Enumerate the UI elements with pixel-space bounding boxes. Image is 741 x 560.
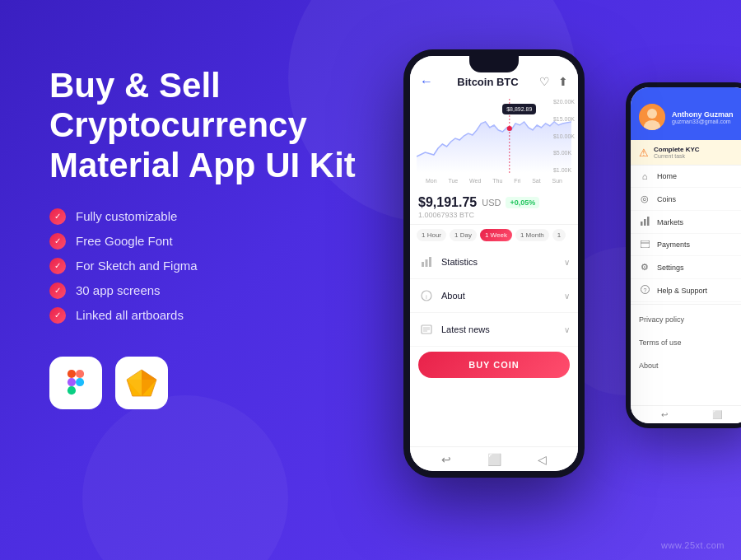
figma-icon-box [49,357,102,409]
y-label: $20.00K [553,99,575,105]
statistics-icon [418,254,435,270]
svg-point-21 [647,109,657,119]
chevron-down-icon: ∨ [564,258,570,267]
nav-payments[interactable]: Payments [631,234,741,256]
about-label: About [441,291,465,301]
y-label: $10.00K [553,133,575,139]
feature-item: ✓ Fully customizable [49,208,362,225]
home-label: Home [657,172,677,180]
phone-notch [469,56,519,72]
time-more[interactable]: 1 [552,229,566,241]
phone-screen: ← Bitcoin BTC ♡ ⬆ $20.00K $15.00K $10.00… [410,56,578,471]
about-label: About [639,362,659,370]
header-icons: ♡ ⬆ [539,75,568,88]
chart-tooltip: $8,892.89 [502,104,536,114]
chevron-down-icon: ∨ [564,292,570,301]
accordion-latest-news[interactable]: Latest news ∨ [410,313,578,347]
profile-header: Anthony Guzman guzman33@gmail.com [631,87,741,140]
x-label: Sun [552,178,562,184]
feature-label: Fully customizable [76,209,177,223]
feature-item: ✓ Free Google Font [49,233,362,250]
y-label: $1.00K [553,167,575,173]
profile-avatar [639,104,665,130]
sketch-icon-box [115,357,168,409]
price-currency: USD [482,198,501,208]
side-nav-back: ↩ [661,410,668,419]
feature-label: Linked all artboards [76,308,184,322]
features-list: ✓ Fully customizable ✓ Free Google Font … [49,208,362,324]
nav-settings[interactable]: ⚙ Settings [631,256,741,279]
x-label: Tue [448,178,458,184]
heart-icon[interactable]: ♡ [539,75,550,88]
nav-recent-icon[interactable]: ◁ [538,453,547,466]
nav-help[interactable]: ? Help & Support [631,279,741,302]
sketch-icon [125,368,158,398]
nav-back-icon[interactable]: ↩ [441,453,451,466]
nav-coins[interactable]: ◎ Coins [631,188,741,211]
app-header-title: Bitcoin BTC [457,76,518,88]
privacy-policy-label: Privacy policy [639,315,684,324]
svg-rect-11 [422,262,424,267]
terms-link[interactable]: Terms of use [631,329,741,352]
time-1month[interactable]: 1 Month [515,229,549,241]
svg-point-10 [507,126,512,131]
nav-divider [631,304,741,305]
payments-icon [639,240,650,250]
price-value: $9,191.75 [418,195,477,210]
chart-y-labels: $20.00K $15.00K $10.00K $5.00K $1.00K [553,99,575,173]
time-periods: 1 Hour 1 Day 1 Week 1 Month 1 [410,225,578,245]
check-icon: ✓ [49,282,66,299]
time-1day[interactable]: 1 Day [450,229,477,241]
check-icon: ✓ [49,208,66,225]
check-icon: ✓ [49,258,66,274]
time-1week[interactable]: 1 Week [480,229,512,241]
tool-icons [49,357,362,409]
svg-rect-0 [68,370,76,378]
main-title: Buy & SellCryptocurrencyMaterial App UI … [49,66,362,185]
profile-email: guzman33@gmail.com [672,119,741,124]
phone-bottom-nav: ↩ ⬜ ◁ [410,446,578,471]
profile-info: Anthony Guzman guzman33@gmail.com [672,110,741,124]
nav-home-icon[interactable]: ⬜ [487,453,501,466]
chart-area: $20.00K $15.00K $10.00K $5.00K $1.00K [410,96,578,190]
accordion-left: Latest news [418,321,490,338]
accordion-statistics[interactable]: Statistics ∨ [410,245,578,279]
x-label: Fri [514,178,520,184]
latest-news-label: Latest news [441,324,490,334]
feature-label: 30 app screens [76,283,161,297]
settings-label: Settings [657,264,684,272]
about-link[interactable]: About [631,352,741,376]
nav-markets[interactable]: Markets [631,211,741,234]
payments-label: Payments [657,240,690,249]
settings-icon: ⚙ [639,262,650,273]
info-icon: i [418,287,435,304]
profile-name: Anthony Guzman [672,110,741,119]
watermark: www.25xt.com [661,540,725,550]
svg-text:i: i [426,293,427,301]
svg-rect-26 [641,240,650,248]
accordion-left: i About [418,287,465,304]
y-label: $5.00K [553,150,575,156]
svg-rect-12 [426,259,428,267]
privacy-policy-link[interactable]: Privacy policy [631,306,741,329]
time-1hour[interactable]: 1 Hour [417,229,446,241]
kyc-alert[interactable]: ⚠ Complete KYC Current task [631,140,741,166]
share-icon[interactable]: ⬆ [558,75,568,88]
svg-rect-2 [68,378,76,386]
nav-home[interactable]: ⌂ Home [631,166,741,188]
y-label: $15.00K [553,116,575,122]
buy-coin-button[interactable]: BUY COIN [418,352,570,378]
back-icon[interactable]: ← [420,74,433,89]
svg-rect-23 [641,222,643,226]
markets-icon [639,217,650,227]
check-icon: ✓ [49,307,66,324]
chart-x-labels: Mon Tue Wed Thu Fri Sat Sun [417,176,571,184]
home-icon: ⌂ [639,171,650,181]
help-label: Help & Support [657,287,707,295]
x-label: Mon [426,178,437,184]
kyc-text: Complete KYC Current task [654,146,741,159]
price-btc: 1.00067933 BTC [418,211,570,219]
markets-label: Markets [657,218,683,226]
accordion-about[interactable]: i About ∨ [410,279,578,313]
x-label: Wed [469,178,481,184]
